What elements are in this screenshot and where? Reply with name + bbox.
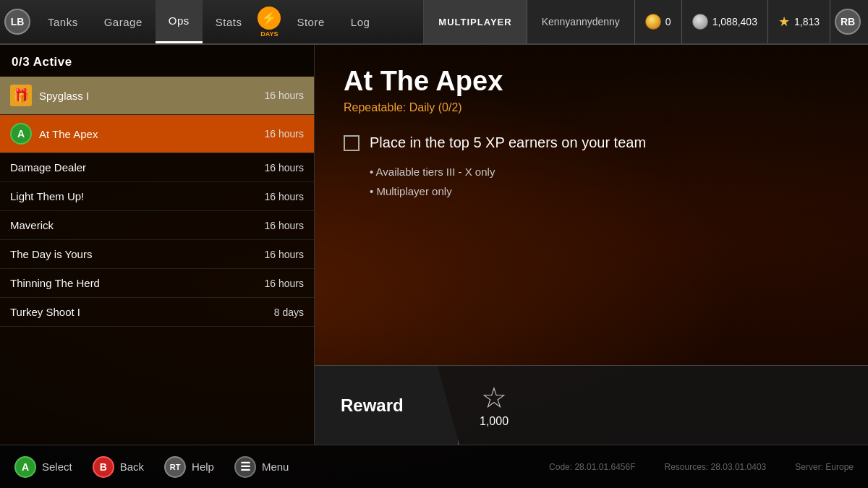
bottom-right-info: Code: 28.01.01.6456F Resources: 28.03.01… (549, 462, 854, 472)
objective-row: Place in the top 5 XP earners on your te… (344, 133, 839, 152)
top-nav: LB Tanks Garage Ops Stats ⚡ DAYS Store L… (0, 0, 868, 45)
mission-item-turkey[interactable]: Turkey Shoot I 8 days (0, 298, 314, 327)
repeatable-label: Repeatable: Daily (0/2) (344, 101, 839, 114)
mission-time-light: 16 hours (265, 191, 304, 202)
mission-time-apex: 16 hours (265, 128, 304, 140)
xp-currency: ★ 1,813 (768, 0, 830, 43)
resources-info: Resources: 28.03.01.0403 (665, 462, 767, 472)
nav-tabs: Tanks Garage Ops Stats ⚡ DAYS Store Log (35, 0, 423, 43)
objective-text: Place in the top 5 XP earners on your te… (370, 133, 646, 152)
tab-log[interactable]: Log (338, 0, 383, 43)
tab-store[interactable]: Store (284, 0, 337, 43)
help-button-group[interactable]: RT Help (164, 456, 214, 478)
help-label: Help (192, 461, 214, 473)
tab-tanks[interactable]: Tanks (35, 0, 91, 43)
bottom-bar: A Select B Back RT Help ☰ Menu Code: 28.… (0, 445, 868, 488)
left-panel: 0/3 Active 🎁 Spyglass I 16 hours A At Th… (0, 45, 315, 445)
select-label: Select (42, 461, 72, 473)
silver-icon (692, 14, 708, 30)
xp-amount: 1,813 (794, 16, 820, 27)
mission-name-damage-dealer: Damage Dealer (10, 161, 265, 174)
objective-main-text: Place in the top 5 XP earners on your te… (370, 133, 646, 152)
back-label: Back (120, 461, 144, 473)
silver-amount: 1,088,403 (712, 16, 757, 27)
gold-amount: 0 (665, 16, 671, 27)
server-info: Server: Europe (795, 462, 854, 472)
mission-name-spyglass: Spyglass I (39, 90, 265, 102)
reward-item-xp: ☆ 1,000 (459, 383, 529, 428)
menu-label: Menu (262, 461, 289, 473)
nav-right: MULTIPLAYER Kennyannydenny 0 1,088,403 ★… (423, 0, 868, 43)
mission-item-spyglass[interactable]: 🎁 Spyglass I 16 hours (0, 77, 314, 115)
a-button[interactable]: A (14, 456, 36, 478)
mission-time-thinning: 16 hours (265, 278, 304, 289)
code-info: Code: 28.01.01.6456F (549, 462, 635, 472)
mission-time-day: 16 hours (265, 249, 304, 260)
tab-stats[interactable]: Stats (203, 0, 255, 43)
mission-name-turkey: Turkey Shoot I (10, 306, 274, 318)
mission-name-light: Light Them Up! (10, 190, 265, 202)
reward-label: Reward (341, 395, 404, 416)
mission-time-turkey: 8 days (274, 307, 304, 318)
days-label: DAYS (260, 30, 278, 38)
reward-value: 1,000 (480, 415, 509, 428)
days-icon: ⚡ (258, 7, 281, 30)
gift-icon: 🎁 (10, 85, 32, 106)
reward-star-icon: ☆ (481, 383, 507, 412)
username-display: Kennyannydenny (527, 0, 635, 43)
mission-item-day-is-yours[interactable]: The Day is Yours 16 hours (0, 240, 314, 269)
section-label: MULTIPLAYER (424, 0, 527, 43)
objective-details: • Available tiers III - X only • Multipl… (344, 162, 839, 201)
mission-name-thinning: Thinning The Herd (10, 277, 265, 289)
mission-name-day: The Day is Yours (10, 248, 265, 260)
a-badge-icon: A (10, 123, 32, 145)
mission-item-thinning[interactable]: Thinning The Herd 16 hours (0, 269, 314, 298)
back-button-group[interactable]: B Back (93, 456, 144, 478)
tab-ops[interactable]: Ops (156, 0, 203, 43)
rt-button[interactable]: RT (164, 456, 186, 478)
reward-section: Reward ☆ 1,000 (315, 365, 868, 445)
gold-icon (645, 14, 661, 30)
days-badge: ⚡ DAYS (255, 7, 284, 38)
rb-button[interactable]: RB (835, 9, 861, 35)
reward-label-box: Reward (315, 366, 459, 445)
mission-name-apex: At The Apex (39, 128, 265, 140)
mission-time-damage-dealer: 16 hours (265, 162, 304, 174)
mission-name-maverick: Maverick (10, 219, 265, 231)
tab-garage[interactable]: Garage (91, 0, 156, 43)
mission-time-spyglass: 16 hours (265, 90, 304, 101)
star-icon: ★ (778, 14, 790, 30)
mission-item-damage-dealer[interactable]: Damage Dealer 16 hours (0, 153, 314, 182)
mission-item-maverick[interactable]: Maverick 16 hours (0, 211, 314, 240)
mission-item-light-them-up[interactable]: Light Them Up! 16 hours (0, 182, 314, 211)
mission-item-apex[interactable]: A At The Apex 16 hours (0, 115, 314, 153)
detail-line-1: • Available tiers III - X only (370, 162, 839, 181)
menu-button[interactable]: ☰ (234, 456, 256, 478)
gold-currency: 0 (635, 0, 682, 43)
silver-currency: 1,088,403 (682, 0, 768, 43)
lb-button[interactable]: LB (4, 9, 30, 35)
b-button[interactable]: B (93, 456, 114, 478)
mission-detail-title: At The Apex (344, 67, 839, 97)
active-header: 0/3 Active (0, 45, 314, 77)
objective-checkbox[interactable] (344, 135, 359, 151)
menu-button-group[interactable]: ☰ Menu (234, 456, 289, 478)
detail-line-2: • Multiplayer only (370, 181, 839, 201)
mission-time-maverick: 16 hours (265, 220, 304, 231)
select-button-group[interactable]: A Select (14, 456, 72, 478)
